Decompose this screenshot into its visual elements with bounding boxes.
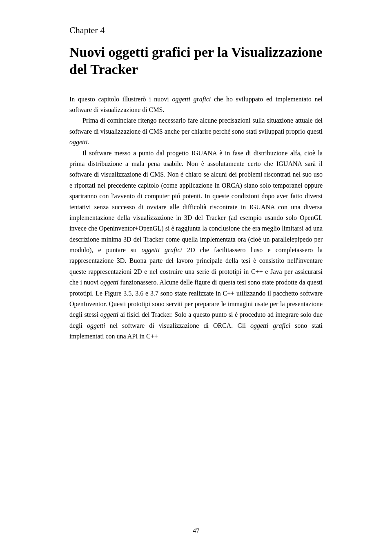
body-text: In questo capitolo illustrerò i nuovi og… (69, 94, 323, 342)
page-number: 47 (193, 527, 199, 535)
paragraph-2: Prima di cominciare ritengo necessario f… (69, 115, 323, 148)
paragraph-1: In questo capitolo illustrerò i nuovi og… (69, 94, 323, 116)
paragraph-3: Il software messo a punto dal progetto I… (69, 148, 323, 342)
chapter-label: Chapter 4 (69, 25, 323, 36)
chapter-title: Nuovi oggetti grafici per la Visualizzaz… (69, 44, 323, 78)
page: Chapter 4 Nuovi oggetti grafici per la V… (69, 0, 323, 551)
